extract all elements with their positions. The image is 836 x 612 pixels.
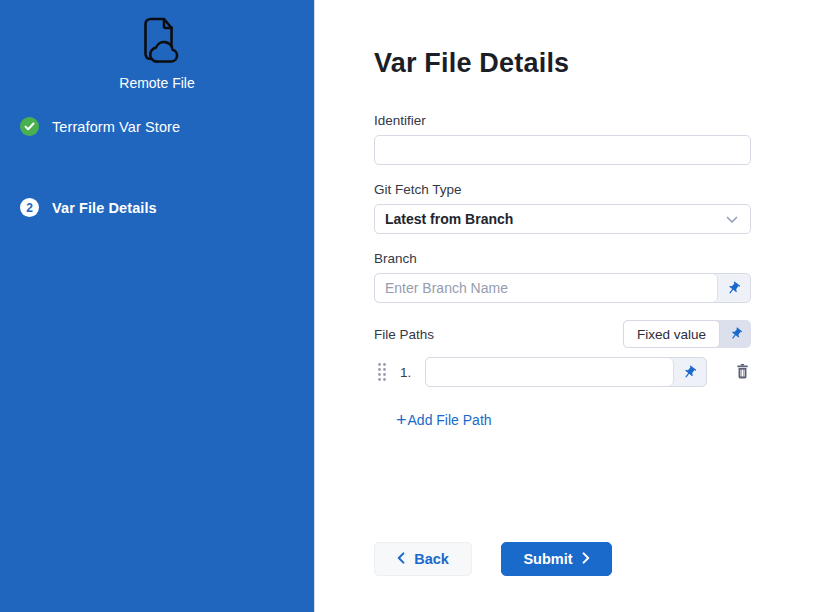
drag-handle-icon[interactable] xyxy=(377,362,387,382)
trash-icon xyxy=(734,362,751,383)
row-index: 1. xyxy=(400,365,419,380)
back-button-label: Back xyxy=(414,551,449,567)
wizard-actions: Back Submit xyxy=(374,542,751,576)
step-number-badge: 2 xyxy=(20,198,39,217)
back-button[interactable]: Back xyxy=(374,542,472,576)
file-paths-header: File Paths Fixed value xyxy=(374,320,751,348)
file-paths-group: File Paths Fixed value xyxy=(374,320,751,430)
submit-button-label: Submit xyxy=(523,551,572,567)
submit-button[interactable]: Submit xyxy=(501,542,612,576)
plus-icon: + xyxy=(396,413,407,427)
branch-input[interactable] xyxy=(375,274,717,302)
step-terraform-var-store[interactable]: Terraform Var Store xyxy=(0,117,314,136)
identifier-group: Identifier xyxy=(374,113,751,165)
branch-group: Branch xyxy=(374,251,751,303)
step-label: Terraform Var Store xyxy=(52,119,180,135)
wizard-sidebar: Remote File Terraform Var Store 2 Var Fi… xyxy=(0,0,315,612)
git-fetch-type-value: Latest from Branch xyxy=(385,211,513,227)
chevron-left-icon xyxy=(397,551,405,567)
branch-label: Branch xyxy=(374,251,751,266)
add-file-path-label: Add File Path xyxy=(408,412,492,428)
pin-icon[interactable] xyxy=(717,274,750,302)
check-icon xyxy=(20,117,39,136)
git-fetch-type-label: Git Fetch Type xyxy=(374,182,751,197)
var-file-form: Identifier Git Fetch Type Latest from Br… xyxy=(374,113,751,576)
wizard-steps: Terraform Var Store 2 Var File Details xyxy=(0,117,314,217)
var-file-wizard: Remote File Terraform Var Store 2 Var Fi… xyxy=(0,0,836,612)
delete-row-button[interactable] xyxy=(734,362,751,383)
store-type-block: Remote File xyxy=(0,0,314,91)
chevron-right-icon xyxy=(582,551,590,567)
step-var-file-details[interactable]: 2 Var File Details xyxy=(0,198,314,217)
file-paths-label: File Paths xyxy=(374,327,434,342)
store-type-label: Remote File xyxy=(119,75,194,91)
pin-icon xyxy=(720,320,751,348)
page-title: Var File Details xyxy=(374,48,836,79)
git-fetch-type-group: Git Fetch Type Latest from Branch xyxy=(374,182,751,234)
add-file-path-button[interactable]: + Add File Path xyxy=(396,412,492,428)
pin-icon[interactable] xyxy=(673,358,706,386)
value-type-label: Fixed value xyxy=(623,320,720,348)
step-label: Var File Details xyxy=(52,200,157,216)
file-path-input[interactable] xyxy=(426,358,673,386)
file-path-row: 1. xyxy=(374,357,751,387)
chevron-down-icon xyxy=(726,210,738,228)
identifier-label: Identifier xyxy=(374,113,751,128)
identifier-input[interactable] xyxy=(374,135,751,165)
var-file-details-panel: Var File Details Identifier Git Fetch Ty… xyxy=(315,0,836,612)
value-type-toggle[interactable]: Fixed value xyxy=(623,320,751,348)
remote-file-icon xyxy=(132,14,182,70)
git-fetch-type-select[interactable]: Latest from Branch xyxy=(374,204,751,234)
file-path-input-wrap xyxy=(425,357,707,387)
branch-input-wrap xyxy=(374,273,751,303)
